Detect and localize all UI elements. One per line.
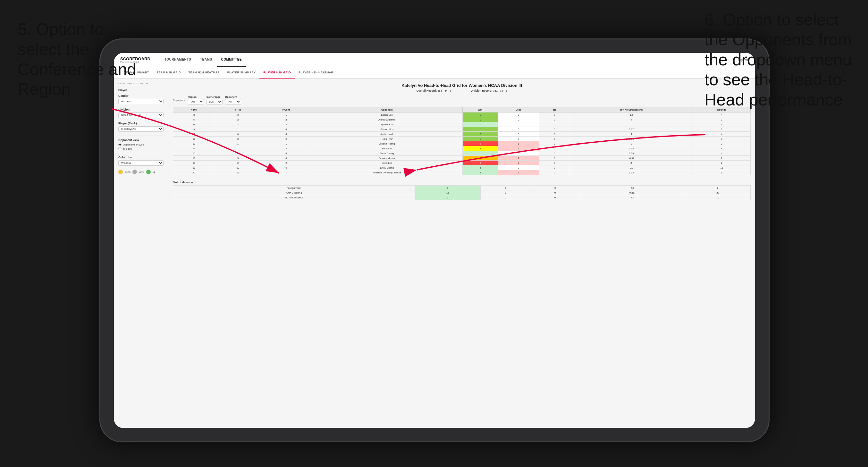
cell-loss: 1	[498, 142, 539, 146]
cell-tie: 0	[539, 127, 570, 132]
cell-opponent: Sharon Mun	[311, 127, 463, 132]
cell-rounds: 7	[693, 156, 751, 161]
gender-select[interactable]: Women's	[118, 99, 163, 104]
cell-reg: 2	[215, 117, 261, 122]
radio-opponents-played[interactable]: Opponents Played	[118, 143, 163, 146]
cell-opponent: Euna Lee	[311, 161, 463, 165]
out-of-division-row: NAIA Division 1 15 0 0 9.267 30	[173, 190, 751, 195]
ood-cell-diff: 7.4	[580, 195, 685, 200]
opponents-filter-label: Opponents:	[173, 99, 185, 102]
cell-conf: 4	[261, 146, 311, 151]
legend-label-up: Up	[153, 171, 156, 173]
sub-nav-team-h2h-grid[interactable]: TEAM H2H GRID	[153, 67, 185, 79]
cell-tie: 0	[539, 170, 570, 175]
record-row: Overall Record: 353 - 34 - 6 Division Re…	[173, 89, 751, 92]
player-rank-select[interactable]: 8. Katelyn Vo	[118, 126, 163, 132]
cell-reg: 3	[215, 113, 261, 117]
table-row: 15 8 5 Stella Cheng 1 0 0 1.25 4	[173, 151, 751, 156]
annotation-left: 5. Option to select the Conference and R…	[18, 19, 140, 99]
cell-loss: 0	[498, 127, 539, 132]
out-of-division-table: Foreign Team 1 0 0 4.5 2 NAIA Division 1…	[173, 185, 751, 200]
app-nav: SCOREBOARD Powered by clippd TOURNAMENTS…	[114, 53, 755, 67]
ood-cell-opponent: NAIA Division 1	[173, 190, 415, 195]
cell-win: 0	[462, 142, 498, 146]
cell-win: 0	[462, 161, 498, 165]
player-rank-label: Player (Rank)	[118, 122, 163, 125]
sub-nav-player-summary[interactable]: PLAYER SUMMARY	[223, 67, 260, 79]
cell-conf: 3	[261, 132, 311, 136]
cell-win: 4	[462, 165, 498, 170]
cell-diff: 3.67	[570, 127, 693, 132]
cell-diff: -1	[570, 122, 693, 127]
cell-rounds: 2	[693, 161, 751, 165]
table-row: 19 10 6 Emily Chang 4 0 0 0.3 11	[173, 165, 751, 170]
overall-record: Overall Record: 353 - 34 - 6	[416, 89, 452, 92]
colour-by-title: Colour by	[118, 156, 163, 159]
cell-opponent: Heejo Hyun	[311, 136, 463, 142]
cell-rounds: 3	[693, 127, 751, 132]
region-select[interactable]: (All)	[188, 99, 204, 104]
conference-select[interactable]: (All)	[207, 99, 222, 104]
nav-teams[interactable]: TEAMS	[195, 53, 217, 67]
cell-reg: 2	[215, 161, 261, 165]
cell-win: 1	[462, 117, 498, 122]
table-row: 20 11 7 Federica Domecq Lacroze 2 1 0 1.…	[173, 170, 751, 175]
ood-cell-win: 15	[415, 190, 480, 195]
cell-opponent: Federica Domecq Lacroze	[311, 170, 463, 175]
sub-nav-player-h2h-grid[interactable]: PLAYER H2H GRID	[259, 67, 295, 79]
sidebar: Last Updated: 27/03/2024 AM Player Gende…	[114, 79, 168, 428]
cell-div: 19	[173, 165, 215, 170]
ood-cell-diff: 4.5	[580, 186, 685, 190]
cell-tie: 0	[539, 146, 570, 151]
cell-rounds: 2	[693, 142, 751, 146]
cell-opponent: Sydney Kuo	[311, 122, 463, 127]
radio-top-100[interactable]: Top 100	[118, 147, 163, 150]
tablet-screen: SCOREBOARD Powered by clippd TOURNAMENTS…	[114, 53, 755, 428]
cell-loss: 0	[498, 117, 539, 122]
nav-tournaments[interactable]: TOURNAMENTS	[160, 53, 195, 67]
col-diff: Diff Av Strokes/Rnd	[570, 107, 693, 113]
cell-conf: 1	[261, 113, 311, 117]
cell-conf: 6	[261, 156, 311, 161]
cell-div: 5	[173, 117, 215, 122]
cell-win: 2	[462, 170, 498, 175]
cell-tie: 0	[539, 117, 570, 122]
cell-rounds: 6	[693, 170, 751, 175]
col-opponent: Opponent	[311, 107, 463, 113]
col-div: # Div	[173, 107, 215, 113]
sub-nav-team-h2h-heatmap[interactable]: TEAM H2H HEATMAP	[185, 67, 223, 79]
col-reg: # Reg	[215, 107, 261, 113]
cell-opponent: Esther Lee	[311, 113, 463, 117]
cell-loss: 2	[498, 146, 539, 151]
ood-cell-rounds: 2	[685, 186, 750, 190]
opponent-select[interactable]: (All)	[225, 99, 241, 104]
division-select[interactable]: NCAA Division III	[118, 113, 163, 118]
opponent-dropdowns: (All)	[225, 99, 241, 104]
sub-nav-player-h2h-heatmap[interactable]: PLAYER H2H HEATMAP	[295, 67, 337, 79]
legend-dot-level	[132, 169, 137, 174]
colour-by-select[interactable]: Win/loss	[118, 160, 163, 166]
ood-cell-loss: 0	[480, 190, 530, 195]
cell-reg: 1	[215, 127, 261, 132]
cell-conf: 2	[261, 161, 311, 165]
annotation-right: 6. Option to select the Opponents from t…	[705, 10, 865, 110]
cell-div: 20	[173, 170, 215, 175]
table-header-row: # Div # Reg # Conf Opponent Win Loss Tie…	[173, 107, 751, 113]
cell-rounds: 3	[693, 122, 751, 127]
legend-label-level: Level	[139, 171, 144, 173]
cell-tie: 0	[539, 113, 570, 117]
cell-rounds: 4	[693, 113, 751, 117]
cell-diff: 1.33	[570, 170, 693, 175]
col-win: Win	[462, 107, 498, 113]
nav-committee[interactable]: COMMITTEE	[217, 53, 247, 67]
table-row: 3 3 1 Esther Lee 1 0 0 1.5 4	[173, 113, 751, 117]
cell-diff: 4	[570, 132, 693, 136]
table-row: 6 3 3 Sydney Kuo 1 0 0 -1 3	[173, 122, 751, 127]
cell-conf: 1	[261, 142, 311, 146]
cell-reg: 3	[215, 156, 261, 161]
cell-rounds: 9	[693, 146, 751, 151]
table-row: 13 1 1 Jessica Huang 0 1 0 -3 2	[173, 142, 751, 146]
cell-diff: -0.94	[570, 156, 693, 161]
cell-div: 13	[173, 142, 215, 146]
cell-conf: 2	[261, 117, 311, 122]
